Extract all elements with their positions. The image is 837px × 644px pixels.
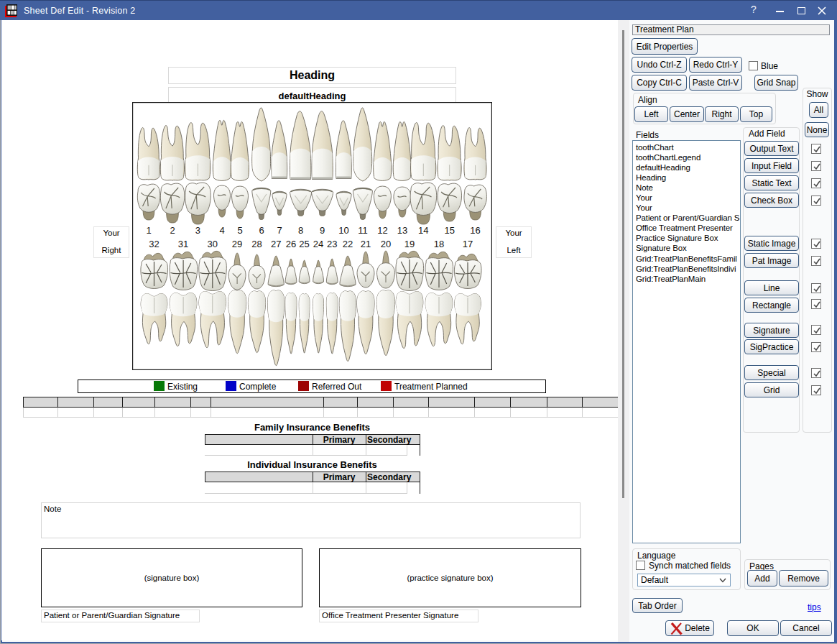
svg-text:25: 25: [299, 239, 309, 249]
svg-text:1: 1: [146, 225, 151, 236]
svg-text:15: 15: [444, 225, 454, 236]
svg-text:24: 24: [313, 239, 323, 249]
svg-text:14: 14: [418, 225, 428, 236]
svg-text:19: 19: [404, 239, 415, 249]
svg-text:4: 4: [219, 225, 224, 236]
svg-text:6: 6: [259, 225, 264, 236]
svg-text:29: 29: [232, 239, 242, 249]
svg-text:30: 30: [208, 239, 218, 249]
svg-text:2: 2: [170, 225, 175, 236]
svg-text:8: 8: [298, 225, 303, 236]
svg-text:7: 7: [277, 225, 282, 236]
svg-text:16: 16: [470, 225, 480, 236]
svg-text:28: 28: [251, 239, 262, 249]
svg-text:3: 3: [195, 225, 200, 236]
svg-text:10: 10: [338, 225, 348, 236]
svg-text:32: 32: [149, 239, 159, 249]
svg-text:26: 26: [286, 239, 296, 249]
svg-text:21: 21: [361, 239, 371, 249]
svg-text:31: 31: [178, 239, 188, 249]
svg-text:17: 17: [463, 239, 473, 249]
svg-text:9: 9: [320, 225, 325, 236]
svg-text:11: 11: [358, 225, 368, 236]
svg-text:5: 5: [237, 225, 242, 236]
svg-text:20: 20: [381, 239, 391, 249]
svg-text:27: 27: [271, 239, 281, 249]
svg-text:13: 13: [397, 225, 407, 236]
svg-text:22: 22: [343, 239, 353, 249]
svg-text:23: 23: [327, 239, 337, 249]
svg-text:18: 18: [434, 239, 444, 249]
svg-text:12: 12: [377, 225, 387, 236]
